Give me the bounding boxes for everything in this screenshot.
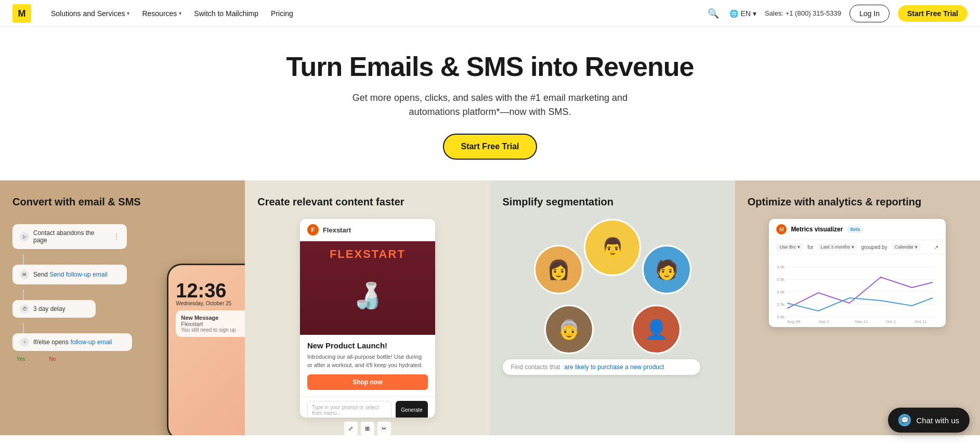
feature-col-content: Create relevant content faster F Flexsta… — [245, 180, 490, 435]
flow-line — [23, 323, 24, 333]
analytics-chart-area: 4.0k 3.5k 3.0k 2.5k 2.0k Aug 26 Sep 1 Se… — [769, 254, 946, 327]
content-creator-card: F Flexstart FLEXSTART 🍶 New Product Laun… — [300, 219, 435, 418]
feature-col-segmentation: Simplify segmentation 👨 👩 🧑 👵 👤 Find con… — [490, 180, 735, 435]
login-button[interactable]: Log In — [850, 5, 890, 22]
feature-title-2: Create relevant content faster — [257, 195, 477, 209]
phone-notification: New Message Flexstart You still need to … — [176, 310, 245, 337]
nav-item-switch[interactable]: Switch to Mailchimp — [189, 6, 264, 21]
toolbar-label-grouped: grouped by — [861, 244, 887, 250]
avatar-image-2: 👩 — [535, 246, 582, 293]
play-icon: ▷ — [20, 232, 29, 241]
svg-text:Sep 1: Sep 1 — [818, 319, 829, 324]
brand-name: Flexstart — [323, 226, 351, 234]
nav-item-pricing[interactable]: Pricing — [266, 6, 298, 21]
branch-icon: ⑂ — [20, 337, 29, 347]
shop-now-button[interactable]: Shop now — [307, 374, 428, 390]
segmentation-avatars: 👨 👩 🧑 👵 👤 — [503, 219, 723, 354]
more-icon: ⋮ — [113, 233, 120, 240]
chat-label: Chat with us — [916, 416, 959, 425]
phone-date: Wednesday, October 25 — [176, 301, 245, 306]
product-title: New Product Launch! — [307, 341, 428, 350]
follow-up-link[interactable]: Send follow-up email — [49, 271, 107, 278]
notif-title: New Message — [181, 315, 245, 321]
crop-icon[interactable]: ✂ — [377, 422, 391, 435]
chevron-down-icon: ▾ — [127, 10, 129, 16]
feature-title-1: Convert with email & SMS — [12, 195, 232, 209]
svg-text:Aug 26: Aug 26 — [787, 319, 801, 324]
svg-text:3.0k: 3.0k — [777, 290, 785, 294]
globe-icon: 🌐 — [729, 9, 738, 18]
line-chart: 4.0k 3.5k 3.0k 2.5k 2.0k Aug 26 Sep 1 Se… — [776, 262, 938, 324]
ai-prompt-placeholder: Type in your prompt or select from menu.… — [307, 401, 391, 418]
chevron-down-icon: ▾ — [179, 10, 181, 16]
chat-widget[interactable]: 💬 Chat with us — [888, 408, 970, 433]
analytics-toolbar: Use Brc ▾ for Last 3 months ▾ grouped by… — [769, 240, 946, 254]
feature-col-email-sms: Convert with email & SMS ▷ Contact aband… — [0, 180, 245, 435]
svg-text:Oct 1: Oct 1 — [886, 319, 896, 324]
avatar-1: 👨 — [584, 219, 641, 276]
nav-item-solutions[interactable]: Solutions and Services ▾ — [46, 6, 135, 21]
flow-line — [23, 290, 24, 300]
svg-text:4.0k: 4.0k — [777, 265, 785, 269]
card-promo-area: FLEXSTART 🍶 — [300, 241, 435, 335]
phone-mockup: 12:36 Wednesday, October 25 New Message … — [167, 264, 245, 435]
bottle-image: 🍶 — [352, 281, 383, 310]
feature-col-analytics: Optimize with analytics & reporting M Me… — [735, 180, 980, 435]
notif-brand: Flexstart — [181, 321, 245, 327]
card-footer: Type in your prompt or select from menu.… — [300, 396, 435, 418]
ifelse-link[interactable]: follow-up email — [70, 338, 112, 346]
avatar-5: 👤 — [632, 305, 681, 354]
feature-title-3: Simplify segmentation — [503, 195, 723, 209]
filter-value: are likely to purchase a new product — [564, 363, 664, 371]
flow-line — [23, 254, 24, 265]
nav-item-resources[interactable]: Resources ▾ — [137, 6, 187, 21]
layers-icon[interactable]: ⊞ — [361, 422, 374, 435]
promo-image: FLEXSTART 🍶 — [300, 241, 435, 335]
language-selector[interactable]: 🌐 EN ▾ — [729, 9, 756, 18]
avatar-4: 👵 — [544, 305, 594, 354]
phone-screen: 12:36 Wednesday, October 25 New Message … — [168, 265, 245, 435]
product-desc: Introducing our all-purpose bottle! Use … — [307, 353, 428, 369]
beta-badge: Beta — [847, 226, 863, 233]
branch-yes: Yes — [12, 355, 29, 363]
nav-trial-button[interactable]: Start Free Trial — [898, 5, 968, 22]
segmentation-filter[interactable]: Find contacts that are likely to purchas… — [503, 359, 701, 375]
automation-step-1: ▷ Contact abandons the page ⋮ — [12, 224, 127, 249]
toolbar-filter-3[interactable]: Calendar ▾ — [892, 243, 921, 251]
navbar: M Solutions and Services ▾ Resources ▾ S… — [0, 0, 980, 27]
search-icon[interactable]: 🔍 — [705, 6, 721, 21]
hero-trial-button[interactable]: Start Free Trial — [443, 134, 537, 160]
avatar-image-1: 👨 — [585, 220, 639, 275]
notif-body: You still need to sign up — [181, 327, 245, 333]
avatar-image-4: 👵 — [546, 306, 592, 353]
toolbar-label-for: for — [807, 244, 814, 250]
delay-step: ⏱ 3 day delay — [12, 300, 96, 318]
svg-text:M: M — [18, 8, 26, 19]
email-icon: ✉ — [20, 270, 29, 279]
analytics-logo: M — [776, 224, 787, 234]
mailchimp-logo-icon: M — [12, 4, 31, 23]
sales-phone: Sales: +1 (800) 315-5339 — [765, 9, 841, 17]
nav-links: Solutions and Services ▾ Resources ▾ Swi… — [46, 6, 298, 21]
hero-section: Turn Emails & SMS into Revenue Get more … — [0, 27, 980, 180]
avatar-3: 🧑 — [642, 245, 691, 294]
svg-text:2.5k: 2.5k — [777, 302, 785, 307]
card-header: F Flexstart — [300, 219, 435, 241]
toolbar-filter-2[interactable]: Last 3 months ▾ — [818, 243, 857, 251]
resize-icon[interactable]: ⤢ — [344, 422, 358, 435]
toolbar-export-icon[interactable]: ↗ — [934, 244, 938, 250]
brand-logo-circle: F — [307, 224, 319, 236]
feature-title-4: Optimize with analytics & reporting — [748, 195, 968, 209]
hero-subtitle: Get more opens, clicks, and sales with t… — [345, 91, 636, 119]
phone-time: 12:36 — [176, 281, 245, 301]
svg-text:2.0k: 2.0k — [777, 315, 785, 319]
logo[interactable]: M — [12, 4, 31, 23]
avatar-image-5: 👤 — [633, 306, 680, 353]
card-body: New Product Launch! Introducing our all-… — [300, 335, 435, 396]
svg-text:Sep 11: Sep 11 — [855, 319, 868, 324]
svg-text:Oct 11: Oct 11 — [914, 319, 927, 324]
toolbar-filter-1[interactable]: Use Brc ▾ — [776, 243, 803, 251]
clock-icon: ⏱ — [20, 304, 29, 314]
generate-button[interactable]: Generate — [396, 401, 428, 418]
svg-text:3.5k: 3.5k — [777, 277, 785, 282]
